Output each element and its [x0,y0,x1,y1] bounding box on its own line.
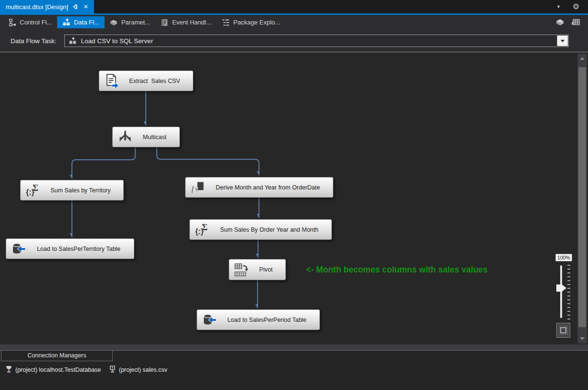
node-load-salesperterritory[interactable]: Load to SalesPerTerritory Table [6,238,134,259]
chevron-down-icon[interactable]: ▼ [556,4,561,9]
derived-column-icon: fx [189,180,207,195]
node-pivot[interactable]: Pivot [229,259,286,280]
node-sum-sales-by-order-year-month[interactable]: {:}Σ Sum Sales By Order Year and Month [189,219,332,240]
oledb-destination-icon [201,313,218,327]
connection-item-testdatabase[interactable]: (project) localhost.TestDatabase [6,366,101,374]
node-label: Sum Sales By Order Year and Month [211,226,328,233]
tab-label: Control Fl... [20,19,52,26]
connection-managers-panel: Connection Managers (project) localhost.… [0,350,588,390]
svg-text:Σ: Σ [33,183,38,193]
connection-item-label: (project) localhost.TestDatabase [15,366,101,373]
connection-managers-tab[interactable]: Connection Managers [1,351,113,361]
tab-event-handlers[interactable]: Event Handl... [155,16,217,28]
gear-icon[interactable]: ⚙ [573,2,579,11]
tab-package-explorer[interactable]: Package Explo... [217,16,286,28]
zoom-slider-track[interactable] [560,265,562,318]
parameters-icon [110,18,118,26]
close-icon[interactable]: ✕ [82,3,89,10]
connection-item-sales-csv[interactable]: (project) sales.csv [109,366,167,374]
data-flow-task-label: Data Flow Task: [11,37,57,45]
variables-grid-icon[interactable] [571,18,580,26]
data-flow-task-combobox[interactable]: Load CSV to SQL Server [64,35,569,47]
scroll-down-arrow-icon[interactable] [580,337,585,340]
tab-parameters[interactable]: Paramet... [105,16,155,28]
data-flow-task-value: Load CSV to SQL Server [81,37,153,45]
scroll-up-arrow-icon[interactable] [580,57,585,60]
database-connection-icon [6,366,12,374]
node-label: Load to SalesPerTerritory Table [27,246,130,252]
node-label: Multicast [134,134,176,141]
tab-label: Event Handl... [172,19,212,26]
node-multicast[interactable]: Multicast [112,127,180,147]
node-extract-sales-csv[interactable]: Extract Sales CSV [99,71,193,91]
node-load-salesperperiod[interactable]: Load to SalesPerPeriod Table [197,309,320,330]
multicast-icon [117,130,134,144]
data-flow-design-surface[interactable]: Extract Sales CSV Multicast {:}Σ Sum Sal… [0,52,588,344]
pivot-icon [233,262,250,277]
node-label: Pivot [250,266,282,273]
node-derive-month-year[interactable]: fx Derive Month and Year from OrderDate [185,177,333,198]
node-label: Extract Sales CSV [120,78,189,84]
document-tab-title: multicast.dtsx [Design] [6,3,68,11]
ssis-designer-window: multicast.dtsx [Design] ✕ ▼ ⚙ Control Fl… [0,0,588,390]
node-label: Load to SalesPerPeriod Table [218,317,316,323]
connection-managers-title: Connection Managers [27,352,86,359]
node-label: Derive Month and Year from OrderDate [207,184,329,191]
vertical-scrollbar-thumb[interactable] [578,67,586,327]
zoom-to-fit-button[interactable] [556,323,570,338]
vertical-scrollbar[interactable] [577,54,587,343]
svg-text:Σ: Σ [202,223,208,232]
combo-dropdown-button[interactable] [557,35,568,46]
canvas-annotation: <- Month becomes columns with sales valu… [306,265,488,275]
tab-data-flow[interactable]: Data Fl... [57,16,105,28]
tab-label: Data Fl... [74,19,99,26]
data-flow-icon [62,18,71,26]
document-tab-bar: multicast.dtsx [Design] ✕ ▼ ⚙ [0,0,588,13]
pin-icon[interactable] [72,4,78,10]
tab-control-flow[interactable]: Control Fl... [3,16,57,28]
aggregate-icon: {:}Σ [194,223,211,237]
data-flow-task-toolbar: Data Flow Task: Load CSV to SQL Server [0,30,588,52]
aggregate-icon: {:}Σ [24,183,42,198]
tab-strip-tools [555,18,588,26]
zoom-level-badge: 100% [555,254,572,261]
fit-icon [560,327,566,333]
event-handlers-icon [161,18,169,26]
data-flow-task-icon [69,37,77,45]
zoom-slider-ticks [567,265,570,319]
oledb-destination-icon [10,242,27,256]
control-flow-icon [8,18,16,26]
connection-item-label: (project) sales.csv [119,366,167,373]
package-icon[interactable] [555,18,564,26]
file-connection-icon [109,366,116,374]
node-label: Sum Sales by Territory [42,187,119,194]
tab-label: Package Explo... [234,19,281,26]
horizontal-scrollbar[interactable] [0,344,588,350]
document-tab[interactable]: multicast.dtsx [Design] ✕ [0,0,94,13]
flat-file-source-icon [103,73,120,89]
node-sum-sales-by-territory[interactable]: {:}Σ Sum Sales by Territory [20,180,124,201]
zoom-slider-thumb[interactable] [556,284,566,292]
tab-label: Paramet... [121,19,150,26]
package-explorer-icon [222,18,230,26]
designer-tab-strip: Control Fl... Data Fl... Paramet... Even… [0,15,588,30]
svg-text:fx: fx [191,184,199,193]
